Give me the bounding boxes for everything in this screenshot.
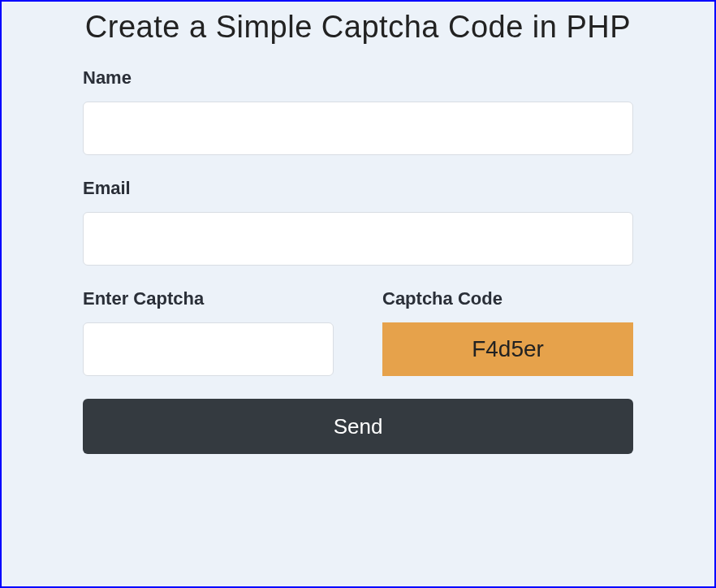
name-input[interactable] [83,102,633,155]
captcha-code-col: Captcha Code F4d5er [382,288,633,376]
email-group: Email [83,178,633,266]
form-panel: Create a Simple Captcha Code in PHP Name… [0,0,716,588]
form-wrap: Name Email Enter Captcha Captcha Code F4… [34,67,682,454]
captcha-row: Enter Captcha Captcha Code F4d5er [83,288,633,376]
captcha-input[interactable] [83,322,334,376]
send-button[interactable]: Send [83,399,633,454]
page-title: Create a Simple Captcha Code in PHP [34,10,682,45]
email-input[interactable] [83,212,633,266]
name-group: Name [83,67,633,155]
name-label: Name [83,67,633,89]
captcha-input-col: Enter Captcha [83,288,334,376]
email-label: Email [83,178,633,199]
captcha-code-display: F4d5er [382,322,633,376]
captcha-input-label: Enter Captcha [83,288,334,309]
captcha-code-label: Captcha Code [382,288,633,309]
